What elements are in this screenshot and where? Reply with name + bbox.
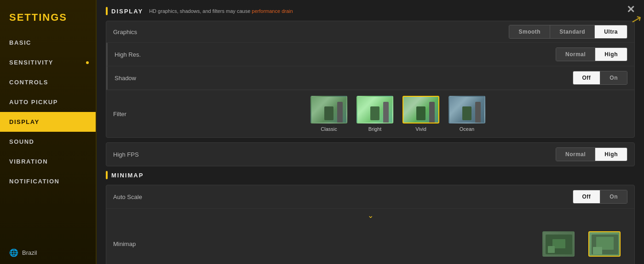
scene-tower (337, 102, 343, 123)
globe-icon: 🌐 (9, 248, 18, 257)
filter-ocean-label: Ocean (460, 126, 474, 132)
svg-rect-2 (548, 246, 555, 253)
display-section-header: DISPLAY HD graphics, shadows, and filter… (106, 7, 635, 15)
sidebar-item-controls[interactable]: CONTROLS (0, 72, 96, 92)
shadow-on-btn[interactable]: On (600, 71, 627, 84)
minimap-panel: Auto Scale Off On ⌄ Minimap (106, 185, 635, 264)
region-label: Brazil (22, 249, 37, 256)
auto-scale-btn-group: Off On (573, 190, 628, 204)
sidebar-item-sound[interactable]: SOUND (0, 132, 96, 152)
high-res-normal-btn[interactable]: Normal (556, 48, 595, 61)
high-fps-btn-group: Normal High (556, 147, 627, 161)
filter-label: Filter (113, 111, 168, 117)
sidebar-label-basic: BASIC (9, 39, 31, 46)
graphics-btn-group: Smooth Standard Ultra (509, 25, 627, 39)
minimap-thumb-1[interactable] (542, 231, 575, 257)
svg-rect-5 (593, 247, 602, 254)
sidebar-label-sound: SOUND (9, 138, 34, 145)
graphics-label: Graphics (113, 29, 509, 35)
high-res-label: High Res. (115, 51, 556, 58)
filter-ocean-thumb (448, 96, 485, 123)
sidebar-item-basic[interactable]: BASIC (0, 33, 96, 53)
sensitivity-dot (86, 61, 89, 64)
close-button[interactable]: ✕ (627, 5, 635, 15)
sidebar-label-sensitivity: SENSITIVITY (9, 59, 53, 66)
scene-element-ocean (462, 106, 472, 120)
filter-bright[interactable]: Bright (356, 96, 393, 132)
section-bar (106, 7, 108, 15)
shadow-off-btn[interactable]: Off (573, 71, 601, 84)
minimap-label: Minimap (113, 241, 535, 247)
minimap-section-header: MINIMAP (106, 171, 635, 179)
filter-bright-label: Bright (368, 126, 382, 132)
high-res-high-btn[interactable]: High (595, 48, 627, 61)
fps-normal-btn[interactable]: Normal (556, 148, 595, 161)
shadow-btn-group: Off On (573, 71, 628, 85)
filter-vivid-label: Vivid (415, 126, 426, 132)
scroll-indicator: ⌄ (106, 209, 634, 222)
filter-options: Classic Bright Vivid (168, 96, 627, 132)
minimap-thumb-options (535, 227, 627, 261)
main-content: ✕ ↗ DISPLAY HD graphics, shadows, and fi… (97, 0, 644, 264)
scene-element-vivid (416, 106, 426, 120)
auto-scale-label: Auto Scale (113, 194, 573, 200)
sidebar-item-sensitivity[interactable]: SENSITIVITY (0, 53, 96, 72)
shadow-label: Shadow (115, 75, 573, 82)
sidebar-label-vibration: VIBRATION (9, 158, 48, 165)
sidebar-item-auto-pickup[interactable]: AUTO PICKUP (0, 92, 96, 112)
graphics-smooth-btn[interactable]: Smooth (509, 25, 550, 38)
filter-classic[interactable]: Classic (310, 96, 347, 132)
auto-scale-on-btn[interactable]: On (600, 190, 627, 203)
minimap-thumbs-row: Minimap (106, 222, 634, 264)
filter-vivid[interactable]: Vivid (402, 96, 439, 132)
sidebar-item-vibration[interactable]: VIBRATION (0, 152, 96, 171)
performance-warning: performance drain (252, 8, 293, 14)
graphics-ultra-btn[interactable]: Ultra (595, 25, 627, 38)
fps-high-btn[interactable]: High (595, 148, 627, 161)
sidebar-label-display: DISPLAY (9, 118, 40, 125)
sidebar-item-display[interactable]: DISPLAY (0, 112, 96, 132)
display-section-title: DISPLAY (111, 8, 143, 15)
scene-tower-vivid (429, 102, 435, 123)
high-fps-panel: High FPS Normal High (106, 142, 635, 166)
filter-row: Filter Classic Bright (106, 90, 634, 137)
filter-classic-label: Classic (321, 126, 337, 132)
chevron-down-icon: ⌄ (368, 211, 374, 220)
settings-title: SETTINGS (0, 5, 96, 33)
shadow-row: Shadow Off On (106, 66, 634, 90)
scene-tower-bright (383, 102, 389, 123)
high-fps-row: High FPS Normal High (106, 143, 634, 166)
display-panel: Graphics Smooth Standard Ultra High Res.… (106, 21, 635, 138)
minimap-thumb-2[interactable] (588, 231, 621, 257)
high-res-btn-group: Normal High (556, 47, 627, 61)
sidebar-label-notification: NOTIFICATION (9, 178, 59, 185)
sidebar: SETTINGS BASIC SENSITIVITY CONTROLS AUTO… (0, 0, 97, 264)
sidebar-label-controls: CONTROLS (9, 79, 48, 86)
filter-bright-thumb (356, 96, 393, 123)
display-subtitle: HD graphics, shadows, and filters may ca… (149, 8, 293, 14)
filter-ocean[interactable]: Ocean (448, 96, 485, 132)
region-selector[interactable]: 🌐 Brazil (0, 241, 96, 264)
auto-scale-row: Auto Scale Off On (106, 185, 634, 209)
filter-classic-thumb (310, 96, 347, 123)
auto-scale-off-btn[interactable]: Off (573, 190, 601, 203)
minimap-section-title: MINIMAP (111, 172, 144, 179)
high-res-row: High Res. Normal High (106, 43, 634, 66)
graphics-standard-btn[interactable]: Standard (550, 25, 595, 38)
minimap-section-bar (106, 171, 108, 179)
scene-element (324, 106, 334, 120)
sidebar-label-auto-pickup: AUTO PICKUP (9, 99, 58, 106)
sidebar-item-notification[interactable]: NOTIFICATION (0, 171, 96, 191)
filter-vivid-thumb (402, 96, 439, 123)
scene-tower-ocean (475, 102, 481, 123)
graphics-row: Graphics Smooth Standard Ultra (106, 21, 634, 43)
scene-element-bright (370, 106, 380, 120)
high-fps-label: High FPS (113, 151, 556, 158)
